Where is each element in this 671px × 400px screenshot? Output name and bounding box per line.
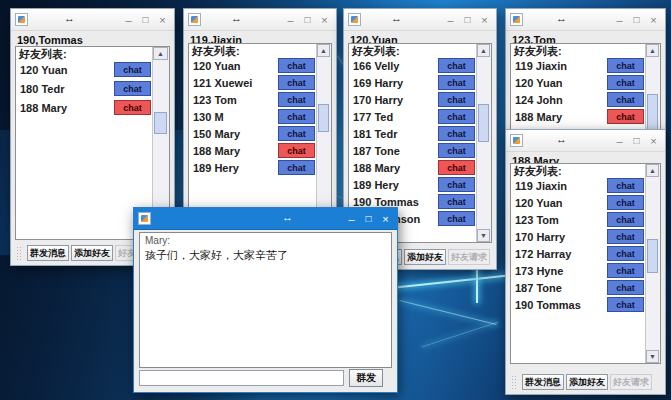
chat-button-unread[interactable]: chat	[114, 100, 151, 115]
titlebar[interactable]: ↔ – □ ×	[506, 130, 665, 152]
scrollbar-thumb[interactable]	[154, 112, 167, 134]
chat-button[interactable]: chat	[278, 75, 315, 90]
scrollbar[interactable]: ▲ ▼	[476, 44, 491, 242]
chat-button[interactable]: chat	[278, 58, 315, 73]
add-friend-button[interactable]: 添加好友	[566, 374, 608, 390]
titlebar[interactable]: ↔ – □ ×	[11, 9, 174, 31]
friend-request-button[interactable]: 好友请求	[610, 374, 652, 390]
friend-row: 189 Hery chat	[189, 159, 316, 176]
chat-button[interactable]: chat	[278, 160, 315, 175]
maximize-button[interactable]: □	[360, 208, 377, 230]
titlebar[interactable]: ↔ – □ ×	[506, 9, 665, 31]
window-188-mary: ↔ – □ × 188,Mary 好友列表: 119 Jiaxin chat 1…	[505, 129, 666, 395]
scrollbar-thumb[interactable]	[647, 94, 658, 134]
friend-row: 166 Velly chat	[349, 57, 476, 74]
chat-button[interactable]: chat	[438, 177, 475, 192]
chat-button[interactable]: chat	[438, 194, 475, 209]
friend-request-button[interactable]: 好友请求	[448, 249, 490, 265]
friend-list: 好友列表: 119 Jiaxin chat 120 Yuan chat 123 …	[510, 163, 661, 364]
chat-button[interactable]: chat	[607, 263, 644, 278]
java-app-icon	[15, 13, 28, 26]
minimize-button[interactable]: –	[343, 208, 360, 230]
toolbar-grip[interactable]	[16, 246, 23, 261]
chat-button[interactable]: chat	[607, 229, 644, 244]
close-button[interactable]: ×	[316, 9, 333, 31]
scrollbar[interactable]: ▲ ▼	[645, 164, 660, 363]
chat-button[interactable]: chat	[278, 92, 315, 107]
chat-button[interactable]: chat	[607, 212, 644, 227]
friend-name: 190 Tommas	[515, 299, 581, 311]
maximize-button[interactable]: □	[459, 9, 476, 31]
maximize-button[interactable]: □	[137, 9, 154, 31]
friend-row: 150 Mary chat	[189, 125, 316, 142]
chat-button[interactable]: chat	[607, 75, 644, 90]
chat-button[interactable]: chat	[607, 58, 644, 73]
maximize-button[interactable]: □	[628, 9, 645, 31]
friend-name: 120 Yuan	[515, 197, 563, 209]
close-button[interactable]: ×	[476, 9, 493, 31]
titlebar[interactable]: ↔ – □ ×	[184, 9, 336, 31]
scroll-up-icon[interactable]: ▲	[153, 47, 168, 60]
message-input[interactable]	[139, 370, 344, 386]
friend-row: 120 Yuan chat	[189, 57, 316, 74]
chat-button-unread[interactable]: chat	[607, 109, 644, 124]
chat-button[interactable]: chat	[607, 178, 644, 193]
group-message-button[interactable]: 群发消息	[522, 374, 564, 390]
titlebar[interactable]: ↔ – □ ×	[134, 208, 397, 230]
minimize-button[interactable]: –	[282, 9, 299, 31]
java-app-icon	[510, 13, 523, 26]
toolbar-grip[interactable]	[511, 375, 518, 390]
friend-row: 120 Yuan chat	[511, 194, 645, 211]
chat-button[interactable]: chat	[278, 109, 315, 124]
add-friend-button[interactable]: 添加好友	[71, 245, 113, 261]
close-button[interactable]: ×	[645, 130, 662, 152]
friend-name: 187 Tone	[515, 282, 562, 294]
chat-button[interactable]: chat	[114, 62, 151, 77]
chat-button[interactable]: chat	[607, 246, 644, 261]
close-button[interactable]: ×	[154, 9, 171, 31]
scrollbar-thumb[interactable]	[478, 104, 489, 142]
java-app-icon	[188, 13, 201, 26]
chat-button[interactable]: chat	[438, 58, 475, 73]
message-history-area[interactable]: Mary: 孩子们，大家好，大家辛苦了	[139, 232, 392, 368]
friend-row: 173 Hyne chat	[511, 262, 645, 279]
scroll-down-icon[interactable]: ▼	[646, 350, 659, 363]
group-send-button[interactable]: 群发	[349, 369, 383, 387]
friend-row: 120 Yuan chat	[16, 60, 152, 79]
chat-button-unread[interactable]: chat	[438, 160, 475, 175]
chat-button[interactable]: chat	[607, 92, 644, 107]
friend-name: 124 John	[515, 94, 563, 106]
chat-button[interactable]: chat	[607, 297, 644, 312]
chat-button[interactable]: chat	[438, 211, 475, 226]
scroll-up-icon[interactable]: ▲	[646, 164, 659, 177]
chat-button[interactable]: chat	[438, 126, 475, 141]
close-button[interactable]: ×	[645, 9, 662, 31]
scrollbar-thumb[interactable]	[647, 239, 658, 273]
scroll-up-icon[interactable]: ▲	[477, 44, 490, 57]
add-friend-button[interactable]: 添加好友	[404, 249, 446, 265]
minimize-button[interactable]: –	[611, 9, 628, 31]
maximize-button[interactable]: □	[299, 9, 316, 31]
chat-button[interactable]: chat	[607, 195, 644, 210]
chat-button[interactable]: chat	[607, 280, 644, 295]
minimize-button[interactable]: –	[611, 130, 628, 152]
chat-button[interactable]: chat	[114, 81, 151, 96]
scroll-up-icon[interactable]: ▲	[317, 44, 330, 57]
chat-button[interactable]: chat	[278, 126, 315, 141]
group-message-button[interactable]: 群发消息	[27, 245, 69, 261]
close-button[interactable]: ×	[377, 208, 394, 230]
scroll-down-icon[interactable]: ▼	[477, 229, 490, 242]
scrollbar[interactable]: ▲ ▼	[316, 44, 331, 230]
maximize-button[interactable]: □	[628, 130, 645, 152]
friend-name: 120 Yuan	[515, 77, 563, 89]
chat-button[interactable]: chat	[438, 75, 475, 90]
titlebar[interactable]: ↔ – □ ×	[344, 9, 496, 31]
chat-button[interactable]: chat	[438, 143, 475, 158]
chat-button[interactable]: chat	[438, 109, 475, 124]
scrollbar-thumb[interactable]	[318, 104, 329, 132]
scroll-up-icon[interactable]: ▲	[646, 44, 659, 57]
chat-button-unread[interactable]: chat	[278, 143, 315, 158]
chat-button[interactable]: chat	[438, 92, 475, 107]
minimize-button[interactable]: –	[442, 9, 459, 31]
minimize-button[interactable]: –	[120, 9, 137, 31]
